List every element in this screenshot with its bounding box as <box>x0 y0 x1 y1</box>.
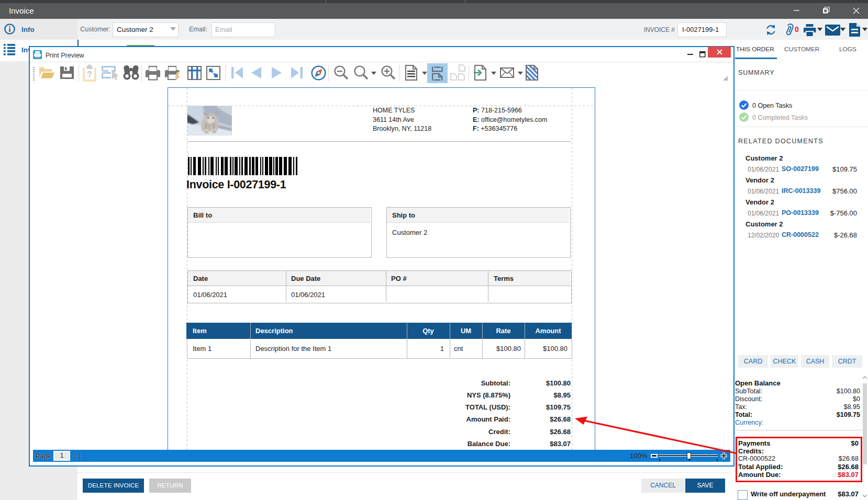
svg-text:?: ? <box>87 70 92 79</box>
